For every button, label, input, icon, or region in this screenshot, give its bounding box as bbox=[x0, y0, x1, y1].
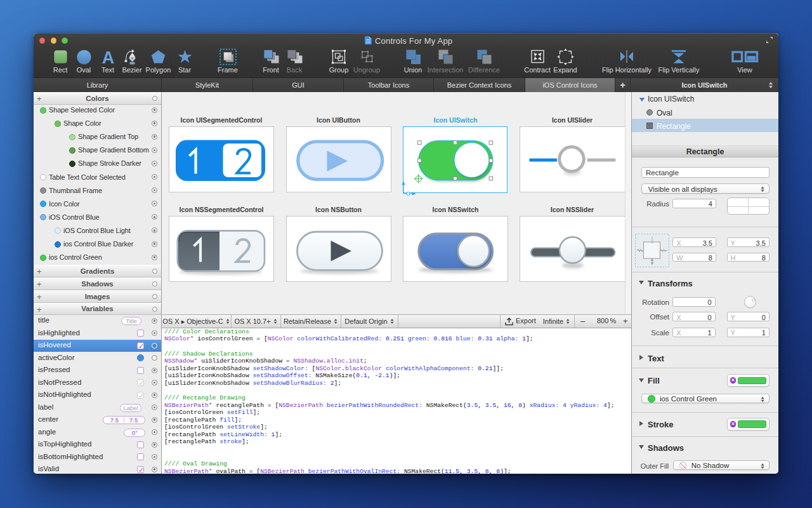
svg-text:A: A bbox=[102, 48, 114, 65]
